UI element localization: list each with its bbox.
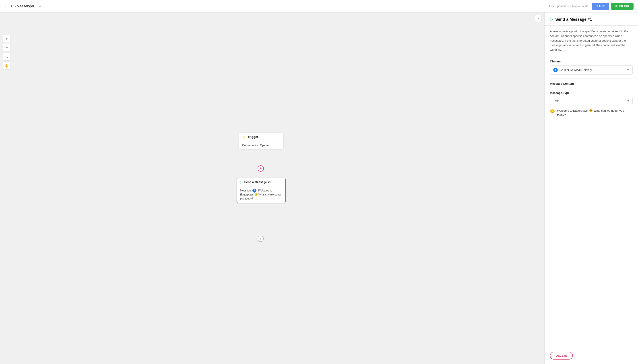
- lightning-icon: ⚡: [242, 135, 246, 139]
- header: ← FB Messenger... ✏ Last updated in a fe…: [0, 0, 638, 12]
- panel-title: Send a Message #1: [555, 17, 592, 22]
- add-step-button-top[interactable]: +: [258, 166, 264, 172]
- delete-button[interactable]: DELETE: [550, 352, 573, 360]
- panel-send-icon: ▷: [550, 17, 553, 22]
- right-panel: ▷ Send a Message #1 Allows a message wit…: [544, 12, 638, 364]
- pan-button[interactable]: ✋: [3, 62, 11, 70]
- channel-section: Channel f Grub N Go Meal Delivery -... ▼: [544, 56, 638, 78]
- panel-footer: DELETE: [544, 347, 638, 364]
- zoom-out-button[interactable]: −: [3, 44, 11, 52]
- trigger-header: ⚡ Trigger: [239, 133, 283, 141]
- page-title: FB Messenger...: [11, 4, 37, 8]
- channel-label: Channel: [550, 60, 633, 63]
- flow-canvas: ⚡ Trigger Conversation Opened + ▷ Send a…: [0, 12, 544, 364]
- save-button[interactable]: SAVE: [592, 3, 609, 10]
- publish-button[interactable]: PUBLISH: [611, 3, 633, 10]
- emoji-button[interactable]: 🙂: [550, 109, 555, 114]
- main-area: › + − ⊕ ✋ ⚡ Trigger: [0, 12, 638, 364]
- flow-inner: ⚡ Trigger Conversation Opened + ▷ Send a…: [194, 122, 350, 255]
- message-prefix: Message:: [240, 189, 252, 192]
- last-updated-text: Last updated in a few seconds: [549, 4, 588, 8]
- message-body: Message: f Welcome to Eagerpaws!🙂 What c…: [237, 186, 285, 203]
- message-type-label: Message Type: [550, 91, 633, 94]
- channel-fb-icon: f: [553, 68, 558, 72]
- message-input-row: 🙂 Welcome to Eagerpaws! 🙂 What can we do…: [544, 108, 638, 121]
- channel-value: Grub N Go Meal Delivery -...: [559, 68, 625, 72]
- plus-icon: +: [6, 37, 8, 41]
- trigger-node[interactable]: ⚡ Trigger Conversation Opened: [239, 133, 283, 149]
- connector-line-mid: [261, 172, 261, 178]
- trigger-body: Conversation Opened: [239, 141, 283, 149]
- panel-description: Allows a message with the specified cont…: [544, 26, 638, 56]
- connector-line-bottom: [261, 228, 261, 236]
- message-node[interactable]: ▷ Send a Message #1 Message: f Welcome t…: [237, 178, 286, 204]
- hand-icon: ✋: [5, 64, 9, 68]
- back-button[interactable]: ←: [5, 4, 9, 8]
- chevron-right-icon: ›: [538, 17, 539, 20]
- canvas-area: › + − ⊕ ✋ ⚡ Trigger: [0, 12, 544, 364]
- fb-messenger-icon: f: [252, 188, 256, 192]
- minus-icon: −: [6, 46, 8, 50]
- add-step-button-bottom[interactable]: +: [258, 236, 264, 242]
- message-content-label: Message Content: [550, 78, 633, 85]
- message-text-display[interactable]: Welcome to Eagerpaws! 🙂 What can we do f…: [557, 108, 633, 117]
- message-node-label: Send a Message #1: [244, 180, 271, 184]
- channel-chevron-icon: ▼: [627, 68, 629, 72]
- message-type-section: Message Type Text ▼: [544, 91, 638, 108]
- zoom-in-button[interactable]: +: [3, 35, 11, 43]
- panel-header: ▷ Send a Message #1: [544, 12, 638, 26]
- message-type-select-wrapper: Text ▼: [550, 97, 633, 105]
- channel-select[interactable]: f Grub N Go Meal Delivery -... ▼: [550, 65, 633, 75]
- send-icon: ▷: [240, 180, 243, 184]
- message-content-section: Message Content: [544, 78, 638, 91]
- trigger-label: Trigger: [248, 135, 258, 139]
- crosshair-icon: ⊕: [5, 54, 8, 59]
- fit-view-button[interactable]: ⊕: [3, 52, 11, 61]
- sidebar-toggle-button[interactable]: ›: [535, 15, 542, 22]
- edit-icon[interactable]: ✏: [39, 4, 42, 8]
- zoom-controls: + − ⊕ ✋: [3, 35, 11, 70]
- message-header: ▷ Send a Message #1: [237, 178, 285, 186]
- message-type-select[interactable]: Text: [550, 97, 633, 105]
